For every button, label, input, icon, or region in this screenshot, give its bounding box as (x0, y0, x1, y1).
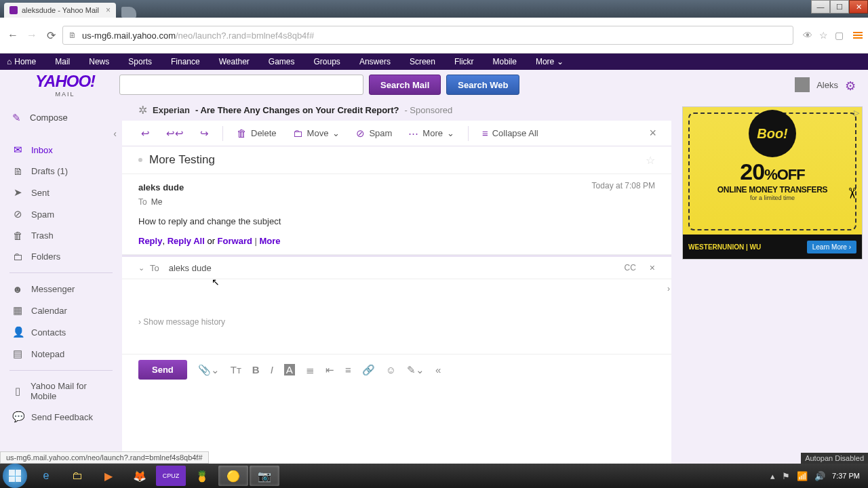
sidebar-mobile-link[interactable]: ▯Yahoo Mail for Mobile (0, 376, 122, 406)
sidebar-messenger[interactable]: ☻Messenger (0, 279, 122, 300)
yahoo-mail-logo[interactable]: YAHOO! MAIL (11, 72, 119, 98)
nav-games[interactable]: Games (269, 57, 295, 66)
nav-answers[interactable]: Answers (359, 57, 391, 66)
nav-weather[interactable]: Weather (219, 57, 250, 66)
collapse-toolbar-icon[interactable]: « (435, 364, 441, 375)
nav-flickr[interactable]: Flickr (454, 57, 474, 66)
tray-flag-icon[interactable]: ⚑ (782, 471, 790, 481)
font-icon[interactable]: Tт (231, 364, 241, 375)
taskbar-explorer[interactable]: 🗀 (62, 466, 92, 486)
reply-button[interactable]: ↩ (134, 125, 157, 142)
gear-icon[interactable]: ⚙ (845, 79, 857, 91)
url-field[interactable]: 🗎 us-mg6.mail.yahoo.com/neo/launch?.rand… (62, 26, 793, 45)
taskbar-cpuz[interactable]: CPUZ (156, 466, 186, 486)
delete-button[interactable]: 🗑Delete (230, 125, 283, 142)
nav-home[interactable]: ⌂Home (7, 57, 36, 66)
nav-finance[interactable]: Finance (171, 57, 200, 66)
eye-icon[interactable]: 👁 (803, 30, 812, 41)
browser-tab[interactable]: aleksdude - Yahoo Mail × (4, 3, 116, 18)
bold-icon[interactable]: B (252, 364, 260, 375)
star-toggle[interactable]: ☆ (646, 154, 655, 167)
sidebar-drafts[interactable]: 🗎Drafts (1) (0, 161, 122, 182)
align-icon[interactable]: ≡ (345, 364, 351, 375)
search-mail-button[interactable]: Search Mail (369, 75, 441, 95)
compose-body[interactable]: Show message history (122, 279, 671, 354)
address-bar-row: ← → ⟳ 🗎 us-mg6.mail.yahoo.com/neo/launch… (0, 18, 868, 53)
new-tab-button[interactable] (121, 7, 136, 18)
sidebar-calendar[interactable]: ▦Calendar (0, 300, 122, 321)
action-more[interactable]: More (260, 236, 281, 246)
nav-mobile[interactable]: Mobile (493, 57, 517, 66)
nav-sports[interactable]: Sports (128, 57, 152, 66)
back-button[interactable]: ← (5, 28, 20, 43)
tray-up-icon[interactable]: ▴ (770, 471, 775, 481)
star-icon[interactable]: ☆ (819, 30, 828, 41)
compose-button[interactable]: ✎ Compose (0, 106, 122, 128)
taskbar-media[interactable]: ▶ (94, 466, 123, 486)
avatar[interactable] (795, 77, 810, 92)
taskbar-recorder[interactable]: 📷 (250, 466, 279, 486)
cast-icon[interactable]: ▢ (835, 30, 844, 41)
taskbar-app1[interactable]: 🍍 (187, 466, 217, 486)
close-compose-button[interactable]: × (650, 262, 655, 273)
sidebar-spam[interactable]: ⊘Spam (0, 203, 122, 225)
display-ad[interactable]: ▷ Boo! 20%OFF ONLINE MONEY TRANSFERS for… (682, 106, 863, 260)
send-button[interactable]: Send (138, 360, 187, 380)
compose-to-row[interactable]: ⌄ To aleks dude CC × (122, 257, 671, 279)
emoji-icon[interactable]: ☺ (386, 364, 396, 375)
nav-more[interactable]: More ⌄ (536, 57, 564, 66)
maximize-button[interactable]: ☐ (830, 0, 849, 14)
compose-collapse-icon[interactable]: › (667, 284, 670, 293)
action-forward[interactable]: Forward (218, 236, 252, 246)
nav-screen[interactable]: Screen (410, 57, 435, 66)
link-icon[interactable]: 🔗 (362, 364, 375, 376)
sidebar-feedback[interactable]: 💬Send Feedback (0, 406, 122, 428)
forward-button[interactable]: → (24, 28, 39, 43)
collapse-all-button[interactable]: ≡Collapse All (475, 125, 545, 142)
chrome-menu-button[interactable] (853, 32, 863, 39)
close-window-button[interactable]: ✕ (849, 0, 868, 14)
nav-groups[interactable]: Groups (314, 57, 340, 66)
sidebar-notepad[interactable]: ▤Notepad (0, 343, 122, 365)
action-reply-all[interactable]: Reply All (167, 236, 205, 246)
start-button[interactable] (3, 464, 27, 488)
action-reply[interactable]: Reply (138, 236, 162, 246)
sponsored-banner[interactable]: ✲ Experian - Are There Any Changes on Yo… (122, 100, 671, 121)
move-button[interactable]: 🗀Move ⌄ (286, 125, 347, 142)
search-input[interactable] (119, 75, 363, 95)
sidebar-trash[interactable]: 🗑Trash (0, 225, 122, 246)
tray-network-icon[interactable]: 📶 (797, 471, 808, 481)
expand-recipients-icon[interactable]: ⌄ (138, 264, 144, 272)
sidebar-collapse-toggle[interactable]: ‹ (0, 128, 122, 139)
list-icon[interactable]: ≣ (306, 364, 315, 376)
minimize-button[interactable]: — (811, 0, 830, 14)
taskbar-chrome[interactable]: 🟡 (218, 466, 248, 486)
reload-button[interactable]: ⟳ (43, 28, 58, 43)
sidebar-inbox[interactable]: ✉Inbox (0, 139, 122, 161)
more-button[interactable]: ⋯More ⌄ (401, 125, 461, 142)
tray-volume-icon[interactable]: 🔊 (814, 471, 825, 481)
nav-mail[interactable]: Mail (55, 57, 70, 66)
sidebar-contacts[interactable]: 👤Contacts (0, 321, 122, 343)
indent-icon[interactable]: ⇤ (326, 364, 334, 376)
search-web-button[interactable]: Search Web (446, 75, 519, 95)
text-color-icon[interactable]: A (284, 364, 295, 375)
cc-toggle[interactable]: CC (624, 263, 635, 272)
show-message-history[interactable]: Show message history (138, 317, 225, 327)
tab-close-icon[interactable]: × (106, 5, 111, 15)
learn-more-button[interactable]: Learn More › (807, 241, 856, 253)
signature-icon[interactable]: ✎⌄ (407, 364, 425, 376)
spam-button[interactable]: ⊘Spam (349, 125, 399, 142)
taskbar-firefox[interactable]: 🦊 (125, 466, 155, 486)
nav-news[interactable]: News (89, 57, 109, 66)
attach-icon[interactable]: 📎⌄ (198, 364, 220, 376)
italic-icon[interactable]: I (271, 364, 273, 375)
tray-clock[interactable]: 7:37 PM (832, 472, 860, 480)
user-name[interactable]: Aleks (816, 80, 838, 90)
forward-button[interactable]: ↪ (193, 125, 216, 142)
reply-all-button[interactable]: ↩↩ (159, 125, 191, 142)
taskbar-ie[interactable]: e (31, 466, 61, 486)
sidebar-sent[interactable]: ➤Sent (0, 182, 122, 203)
sidebar-folders[interactable]: 🗀Folders (0, 246, 122, 267)
close-message-button[interactable]: × (646, 123, 659, 143)
